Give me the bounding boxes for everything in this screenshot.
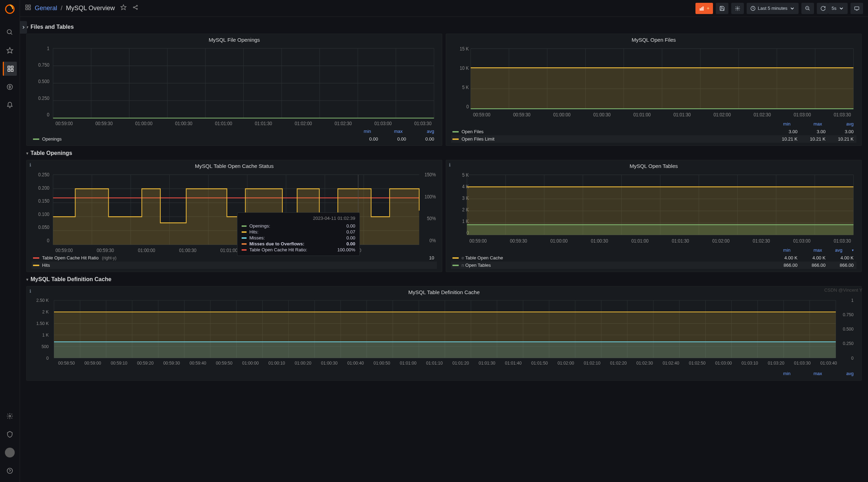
svg-text:01:00:00: 01:00:00 (138, 247, 155, 253)
panel-table-def-cache[interactable]: ℹ MySQL Table Definition Cache (26, 286, 862, 381)
add-panel-button[interactable]: + (695, 3, 713, 14)
settings-button[interactable] (731, 3, 744, 14)
time-range-picker[interactable]: Last 5 minutes (747, 3, 799, 14)
chart-area[interactable]: 05 K10 K15 K 00:59:0000:59:3001:00:0001:… (446, 44, 861, 120)
svg-text:0: 0 (47, 237, 49, 243)
panel-cache-status[interactable]: ℹ MySQL Table Open Cache Status (26, 160, 442, 272)
legend-swatch (33, 257, 39, 259)
search-icon[interactable] (3, 25, 17, 39)
zoom-out-button[interactable] (801, 3, 814, 14)
grafana-logo[interactable] (4, 4, 15, 15)
legend-col-max[interactable]: max (382, 129, 403, 134)
chart-area[interactable]: 05001 K1.50 K2 K2.50 K 00.2500.5000.7501… (27, 297, 861, 369)
svg-text:2 K: 2 K (42, 310, 49, 315)
page-title[interactable]: MySQL Overview (66, 5, 115, 12)
legend-col-min[interactable]: min (769, 121, 790, 127)
svg-text:0: 0 (466, 103, 469, 109)
svg-text:0.500: 0.500 (38, 79, 49, 84)
legend-col-avg[interactable]: avg (833, 371, 854, 376)
tv-mode-button[interactable] (850, 3, 863, 14)
svg-text:00:59:00: 00:59:00 (85, 360, 101, 366)
legend-swatch (33, 138, 39, 140)
row-header-table-def-cache[interactable]: ▾ MySQL Table Definition Cache (26, 272, 862, 286)
svg-text:01:02:00: 01:02:00 (713, 111, 731, 117)
svg-marker-9 (9, 86, 11, 88)
svg-text:01:03:00: 01:03:00 (793, 238, 810, 244)
svg-text:01:01:30: 01:01:30 (255, 121, 272, 126)
svg-text:0.750: 0.750 (843, 312, 853, 318)
refresh-interval-picker[interactable]: 5s (828, 3, 848, 14)
legend-row[interactable]: Table Open Cache Hit Ratio (right-y) 10 (32, 254, 437, 262)
legend-row[interactable]: n Open Tables 866.00 866.00 866.00 (451, 262, 856, 269)
svg-text:01:01:30: 01:01:30 (673, 111, 691, 117)
svg-text:01:00:30: 01:00:30 (175, 121, 192, 126)
svg-text:01:00:30: 01:00:30 (591, 238, 608, 244)
row-header-files-tables[interactable]: ▾ Files and Tables (26, 20, 862, 34)
info-icon[interactable]: ℹ (29, 162, 31, 168)
svg-text:00:59:00: 00:59:00 (55, 121, 73, 126)
legend-col-min[interactable]: min (769, 371, 790, 376)
breadcrumb-root[interactable]: General (35, 5, 57, 12)
panel-file-openings[interactable]: MySQL File Openings 00.2500.5000.7501 (26, 34, 442, 146)
panel-title: MySQL Open Tables (446, 160, 861, 170)
svg-text:00:59:30: 00:59:30 (513, 111, 530, 117)
expand-sidebar-icon[interactable] (20, 21, 27, 34)
watermark: CSDN @Vincent Y (824, 287, 862, 293)
legend-row[interactable]: Openings 0.00 0.00 0.00 (32, 135, 437, 143)
svg-text:15 K: 15 K (460, 46, 469, 52)
legend-col-avg[interactable]: avg (413, 129, 434, 134)
explore-icon[interactable] (3, 80, 17, 94)
legend-col-max[interactable]: max (801, 371, 822, 376)
dashboards-icon[interactable] (25, 4, 31, 12)
star-icon[interactable] (120, 4, 127, 12)
shield-icon[interactable] (3, 427, 17, 441)
info-icon[interactable]: ℹ (449, 162, 451, 168)
legend-col-max[interactable]: max (801, 121, 822, 127)
chart-area[interactable]: 01 K2 K3 K4 K5 K 00:59:0000:59:3001:00:0… (446, 170, 861, 246)
panel-title: MySQL File Openings (27, 34, 442, 44)
save-button[interactable] (716, 3, 728, 14)
svg-text:00:59:30: 00:59:30 (510, 238, 527, 244)
svg-text:01:00:10: 01:00:10 (268, 360, 285, 366)
legend-col-min[interactable]: min (769, 247, 790, 253)
svg-point-10 (9, 415, 11, 417)
info-icon[interactable]: ℹ (29, 288, 31, 294)
refresh-button[interactable] (817, 3, 828, 14)
legend-row[interactable]: Open Files 3.00 3.00 3.00 (451, 128, 856, 135)
svg-text:01:03:10: 01:03:10 (741, 360, 758, 366)
legend-col-avg[interactable]: avg▾ (833, 247, 854, 253)
svg-text:01:01:00: 01:01:00 (215, 121, 232, 126)
svg-rect-248 (54, 342, 836, 358)
svg-text:0: 0 (46, 355, 49, 361)
svg-rect-13 (29, 5, 31, 7)
dashboards-icon[interactable] (3, 62, 17, 76)
star-icon[interactable] (3, 43, 17, 57)
svg-text:1 K: 1 K (42, 332, 49, 338)
svg-text:01:02:40: 01:02:40 (662, 360, 679, 366)
legend: min max avg Open Files 3.00 3.00 3.00 (446, 120, 861, 145)
alerting-icon[interactable] (3, 98, 17, 112)
svg-rect-4 (8, 66, 10, 68)
svg-text:50%: 50% (427, 215, 436, 221)
row-header-table-openings[interactable]: ▾ Table Openings (26, 146, 862, 160)
chart-area[interactable]: 00.0500.1000.1500.2000.250 0%50%100%150%… (27, 170, 442, 253)
svg-text:150%: 150% (424, 171, 436, 177)
panel-open-files[interactable]: MySQL Open Files 05 K10 K15 K 00:59 (446, 34, 862, 146)
legend-row[interactable]: Open Files Limit 10.21 K 10.21 K 10.21 K (451, 135, 856, 143)
legend-row[interactable]: Hits (32, 262, 437, 269)
svg-text:0: 0 (851, 355, 854, 361)
legend-col-max[interactable]: max (801, 247, 822, 253)
svg-text:1: 1 (47, 46, 49, 51)
panel-open-tables[interactable]: ℹ MySQL Open Tables (446, 160, 862, 272)
chart-area[interactable]: 00.2500.5000.7501 00:59:0000:59:3001:00:… (27, 44, 442, 127)
breadcrumb: General / MySQL Overview (25, 4, 139, 12)
gear-icon[interactable] (3, 409, 17, 423)
legend-col-avg[interactable]: avg (833, 121, 854, 127)
svg-rect-22 (700, 8, 701, 10)
avatar[interactable] (3, 446, 17, 460)
legend-row[interactable]: e Table Open Cache 4.00 K 4.00 K 4.00 K (451, 254, 856, 262)
share-icon[interactable] (132, 4, 139, 12)
svg-text:01:01:00: 01:01:00 (220, 247, 237, 253)
legend-col-min[interactable]: min (350, 129, 371, 134)
help-icon[interactable] (3, 464, 17, 478)
